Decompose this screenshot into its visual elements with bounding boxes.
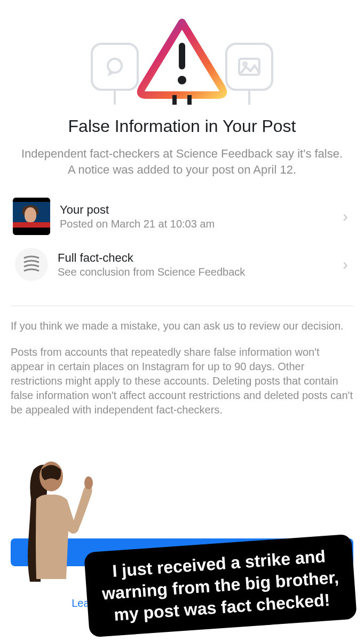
restriction-text: Posts from accounts that repeatedly shar… [11,345,353,417]
page-subtitle: Independent fact-checkers at Science Fee… [11,146,353,177]
factcheck-thumbnail [15,248,48,281]
svg-point-0 [108,59,122,73]
factcheck-row-title: Full fact-check [58,251,333,265]
warning-triangle-icon [134,16,230,107]
fact-check-row[interactable]: Full fact-check See conclusion from Scie… [11,241,353,287]
divider [11,306,353,306]
page-title: False Information in Your Post [11,116,353,136]
chat-sign-icon [91,43,139,91]
svg-rect-3 [179,43,185,69]
chevron-right-icon: › [343,255,351,273]
svg-point-4 [178,76,186,84]
post-row-title: Your post [60,203,333,217]
svg-rect-5 [172,95,177,105]
svg-rect-6 [187,95,192,105]
chevron-right-icon: › [343,207,351,225]
post-thumbnail [13,198,50,235]
factcheck-row-subtitle: See conclusion from Science Feedback [58,266,333,278]
svg-point-2 [243,62,247,66]
your-post-row[interactable]: Your post Posted on March 21 at 10:03 am… [11,191,353,241]
image-sign-icon [225,43,273,91]
mistake-text: If you think we made a mistake, you can … [11,319,353,333]
header-graphic [11,0,353,107]
svg-rect-9 [86,476,90,484]
post-row-subtitle: Posted on March 21 at 10:03 am [60,218,333,230]
